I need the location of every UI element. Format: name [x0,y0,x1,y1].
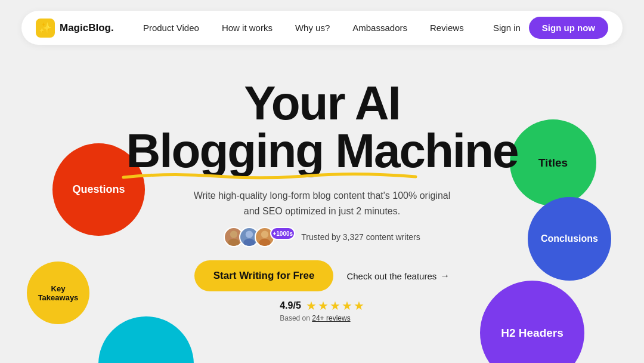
navbar: ✨ MagicBlog. Product Video How it works … [21,11,623,45]
trusted-row: +1000s Trusted by 3,327 content writers [224,227,420,247]
sign-up-button[interactable]: Sign up now [529,17,608,39]
svg-point-2 [246,231,253,238]
svg-point-5 [259,239,271,247]
svg-point-0 [230,231,237,238]
trusted-text: Trusted by 3,327 content writers [301,232,420,242]
nav-how-it-works[interactable]: How it works [212,18,282,38]
circle-cyan [98,316,194,363]
nav-ambassadors[interactable]: Ambassadors [343,18,417,38]
nav-reviews[interactable]: Reviews [420,18,473,38]
nav-links: Product Video How it works Why us? Ambas… [134,18,473,38]
avatar-group: +1000s [224,227,295,247]
svg-point-1 [228,239,240,247]
star-3: ★ [330,299,340,313]
svg-point-3 [244,239,255,247]
star-2: ★ [318,299,329,313]
title-underline [120,171,419,180]
hero-title-line1: Your AI [244,76,400,130]
rating-value: 4.9/5 [280,300,301,311]
hero-title-line2: Blogging Machine [126,127,518,175]
svg-point-4 [261,231,268,238]
star-1: ★ [306,299,317,313]
star-rating: ★ ★ ★ ★ ★ [306,299,364,313]
rating-row: 4.9/5 ★ ★ ★ ★ ★ Based on 24+ reviews [280,299,364,322]
rating-subtitle: Based on 24+ reviews [280,314,350,322]
start-writing-button[interactable]: Start Writing for Free [194,260,334,291]
navbar-right: Sign in Sign up now [493,17,608,39]
nav-why-us[interactable]: Why us? [286,18,339,38]
logo-icon: ✨ [36,19,55,38]
hero-section: Your AI Blogging Machine Write high-qual… [0,56,644,322]
hero-subtitle: Write high-quality long-form blog conten… [194,188,451,219]
cta-row: Start Writing for Free Check out the fea… [194,260,450,291]
sign-in-link[interactable]: Sign in [493,23,521,33]
hero-title: Your AI Blogging Machine [126,79,518,175]
nav-product-video[interactable]: Product Video [134,18,209,38]
rating-top: 4.9/5 ★ ★ ★ ★ ★ [280,299,364,313]
arrow-right-icon: → [440,270,450,281]
logo-area: ✨ MagicBlog. [36,19,114,38]
star-5: ★ [354,299,364,313]
avatar-plus: +1000s [270,227,295,240]
reviews-link[interactable]: 24+ reviews [312,314,350,322]
logo-text: MagicBlog. [60,22,114,34]
check-features-link[interactable]: Check out the features → [346,270,450,281]
star-4: ★ [342,299,352,313]
